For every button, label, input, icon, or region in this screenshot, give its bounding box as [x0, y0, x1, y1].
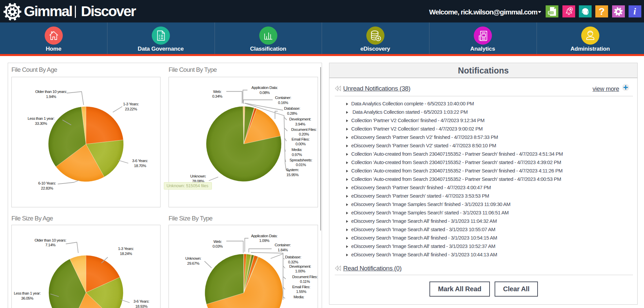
svg-text:Document Files:: Document Files: — [291, 127, 317, 131]
svg-text:Unknown:: Unknown: — [185, 256, 201, 260]
svg-text:0.16%: 0.16% — [278, 100, 288, 104]
svg-text:Database:: Database: — [285, 255, 301, 259]
svg-text:33.30%: 33.30% — [35, 121, 47, 125]
svg-text:22.83%: 22.83% — [41, 186, 53, 190]
svg-text:System:: System: — [286, 168, 299, 172]
svg-text:23.22%: 23.22% — [125, 107, 137, 111]
svg-text:Application Data:: Application Data: — [251, 234, 278, 238]
svg-text:Development:: Development: — [289, 117, 311, 121]
svg-text:29.67%: 29.67% — [187, 261, 199, 265]
svg-text:Container:: Container: — [275, 243, 291, 247]
svg-text:1-3 Years:: 1-3 Years: — [118, 247, 134, 251]
svg-text:1-3 Years:: 1-3 Years: — [123, 102, 139, 106]
svg-text:3-6 Years:: 3-6 Years: — [132, 159, 148, 163]
svg-text:Media:: Media: — [291, 148, 302, 152]
svg-text:6-10 Years:: 6-10 Years: — [38, 181, 56, 185]
svg-text:1.00%: 1.00% — [295, 269, 305, 273]
svg-text:1.09%: 1.09% — [259, 239, 269, 243]
svg-text:3-6 Years:: 3-6 Years: — [134, 299, 149, 303]
svg-text:Older than 10 years:: Older than 10 years: — [35, 90, 67, 94]
svg-text:15.95%: 15.95% — [286, 172, 298, 176]
svg-text:Development:: Development: — [289, 264, 311, 268]
svg-text:0.03%: 0.03% — [213, 244, 223, 248]
svg-text:7.14%: 7.14% — [45, 243, 55, 247]
svg-text:LOG: LOG — [549, 12, 554, 14]
svg-text:36.05%: 36.05% — [21, 296, 33, 300]
svg-text:0.00%: 0.00% — [295, 142, 306, 146]
svg-text:1.94%: 1.94% — [46, 94, 56, 98]
svg-text:0.34%: 0.34% — [212, 94, 222, 98]
svg-text:0.97%: 0.97% — [292, 152, 302, 156]
svg-text:1.55%: 1.55% — [296, 290, 306, 294]
svg-text:Container:: Container: — [275, 96, 291, 100]
svg-text:Web:: Web: — [213, 89, 222, 93]
svg-text:0.32%: 0.32% — [288, 260, 298, 264]
svg-text:Document Files:: Document Files: — [292, 274, 318, 278]
svg-text:0.08%: 0.08% — [260, 90, 270, 94]
svg-text:0.20%: 0.20% — [299, 132, 309, 136]
svg-text:Less than 1 year:: Less than 1 year: — [14, 291, 41, 295]
svg-text:Older than 10 years:: Older than 10 years: — [35, 238, 66, 242]
svg-text:18.70%: 18.70% — [134, 163, 146, 167]
svg-text:Less than 1 year:: Less than 1 year: — [28, 116, 54, 120]
svg-text:0.11%: 0.11% — [300, 279, 310, 284]
svg-text:Database:: Database: — [284, 106, 300, 110]
svg-text:0.01%: 0.01% — [296, 163, 306, 167]
svg-text:3.94%: 3.94% — [295, 122, 305, 126]
svg-text:Unknown:: Unknown: — [190, 174, 206, 178]
svg-text:Media:: Media: — [293, 295, 304, 299]
svg-text:18.24%: 18.24% — [120, 251, 132, 255]
svg-text:Application Data:: Application Data: — [251, 86, 278, 90]
svg-text:1.84%: 1.84% — [278, 248, 288, 252]
svg-text:18.93%: 18.93% — [135, 304, 147, 308]
svg-text:Email Files:: Email Files: — [291, 137, 310, 141]
svg-text:Email Files:: Email Files: — [292, 285, 310, 289]
svg-text:Spreadsheets:: Spreadsheets: — [289, 158, 312, 162]
svg-text:0.28%: 0.28% — [287, 111, 297, 115]
svg-text:Web:: Web: — [214, 239, 222, 243]
